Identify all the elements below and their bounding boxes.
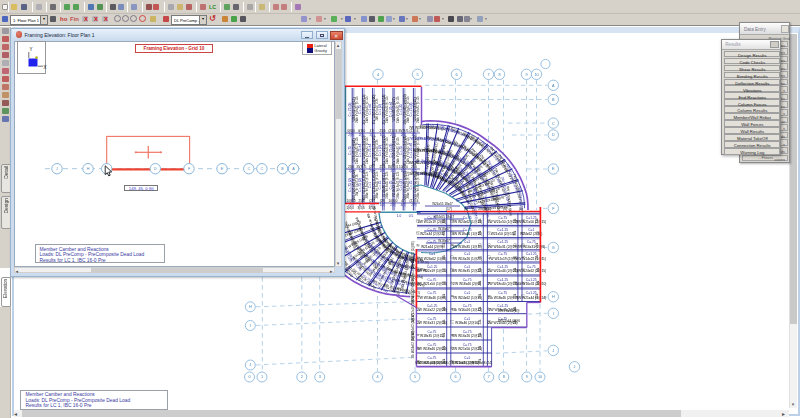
svg-text:C: C	[247, 167, 250, 171]
svg-text:Y: Y	[30, 47, 33, 52]
svg-text:D: D	[154, 167, 157, 171]
svg-text:H: H	[87, 167, 90, 171]
svg-text:C: C	[261, 167, 264, 171]
svg-text:J: J	[56, 167, 58, 171]
svg-text:X: X	[44, 65, 47, 70]
